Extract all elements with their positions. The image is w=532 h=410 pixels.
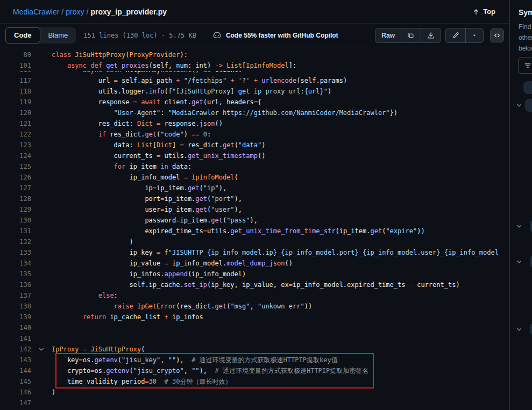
line-number[interactable]: 146 (0, 387, 31, 398)
line-number[interactable]: 119 (0, 97, 31, 107)
breadcrumb-repo-link[interactable]: MediaCrawler (13, 8, 59, 16)
code-line: 140 (0, 322, 509, 333)
line-number[interactable]: 120 (0, 107, 31, 118)
code-line: 124 current_ts = utils.get_unix_timestam… (0, 150, 509, 161)
code-line: 141 (0, 333, 509, 344)
edit-dropdown-button[interactable] (465, 28, 483, 42)
chevron-down-icon[interactable] (515, 223, 523, 229)
line-number[interactable]: 123 (0, 140, 31, 150)
line-number[interactable]: 101 (0, 60, 31, 71)
line-number[interactable]: 126 (0, 172, 31, 183)
code-line: 137 else: (0, 290, 509, 301)
symbols-panel-toggle-button[interactable] (490, 28, 504, 42)
line-number[interactable]: 145 (0, 376, 31, 387)
line-number[interactable]: 131 (0, 226, 31, 236)
code-line: 135 ip_infos.append(ip_info_model) (0, 269, 509, 279)
filter-funnel-icon (524, 62, 531, 69)
pencil-icon (452, 32, 459, 39)
code-text: user=ip_item.get("user"), (52, 204, 242, 215)
gutter-spacer (31, 86, 52, 97)
line-number[interactable]: 133 (0, 247, 31, 258)
download-button[interactable] (421, 28, 441, 42)
edit-group (445, 28, 484, 43)
line-number[interactable]: 140 (0, 322, 31, 333)
line-number[interactable]: 142 (0, 344, 31, 355)
code-text: "User-Agent": "MediaCrawler https://gith… (52, 107, 398, 118)
code-lines: 116 async with httpx.AsyncClient() as cl… (0, 64, 509, 408)
line-number[interactable]: 134 (0, 258, 31, 269)
line-number[interactable]: 132 (0, 236, 31, 247)
line-number[interactable]: 138 (0, 301, 31, 312)
line-number[interactable]: 128 (0, 193, 31, 204)
file-toolbar: Code Blame 151 lines (130 loc) · 5.75 KB… (0, 24, 509, 47)
line-number[interactable]: 127 (0, 183, 31, 193)
code-text: ) (52, 387, 55, 398)
gutter-spacer (31, 333, 52, 344)
symbol-item[interactable] (510, 255, 532, 269)
raw-copy-download-group: Raw (375, 28, 441, 43)
line-number[interactable]: 125 (0, 161, 31, 172)
breadcrumb-separator: / (84, 8, 90, 16)
copy-button[interactable] (401, 28, 421, 42)
symbol-item[interactable] (510, 81, 532, 95)
line-number[interactable]: 139 (0, 312, 31, 322)
gutter-spacer (31, 376, 52, 387)
chevron-down-icon[interactable] (515, 326, 523, 333)
filter-symbols-input[interactable] (518, 57, 532, 74)
line-number[interactable]: 141 (0, 333, 31, 344)
code-text: if res_dict.get("code") == 0: (52, 129, 211, 140)
code-text: IpProxy = JiSuHttpProxy( (52, 344, 145, 355)
chevron-down-icon[interactable] (515, 102, 523, 109)
line-number[interactable]: 129 (0, 204, 31, 215)
symbol-item[interactable] (510, 98, 532, 112)
line-number[interactable]: 143 (0, 355, 31, 365)
code-text: port=ip_item.get("port"), (52, 193, 242, 204)
file-view: MediaCrawler/proxy/proxy_ip_provider.py … (0, 0, 532, 410)
edit-button[interactable] (446, 28, 465, 42)
gutter-spacer (31, 258, 52, 269)
line-number[interactable]: 144 (0, 365, 31, 376)
line-number[interactable]: 147 (0, 398, 31, 408)
arrow-up-icon (472, 8, 480, 16)
code-text: utils.logger.info(f"[JiSuHttpProxy] get … (52, 86, 331, 97)
code-line: 132 ) (0, 236, 509, 247)
symbols-desc-line: Find definitions and references for func… (519, 21, 532, 32)
code-line: 118 utils.logger.info(f"[JiSuHttpProxy] … (0, 86, 509, 97)
tab-code[interactable]: Code (5, 27, 40, 44)
collapse-chevron-icon[interactable] (31, 344, 52, 355)
gutter-spacer (31, 387, 52, 398)
line-number[interactable]: 137 (0, 290, 31, 301)
code-text: key=os.getenv("jisu_key", ""), # 通过环境变量的… (52, 355, 338, 365)
raw-button[interactable]: Raw (375, 28, 401, 42)
code-scroll-area[interactable]: 116 async with httpx.AsyncClient() as cl… (0, 47, 509, 410)
code-text: response = await client.get(url, headers… (52, 97, 261, 107)
symbol-item[interactable] (510, 322, 532, 336)
breadcrumb: MediaCrawler/proxy/proxy_ip_provider.py (13, 8, 167, 16)
symbol-item[interactable] (510, 219, 532, 233)
code-line: 123 data: List[Dict] = res_dict.get("dat… (0, 140, 509, 150)
breadcrumb-folder-link[interactable]: proxy (66, 8, 84, 16)
code-text: ip_value = ip_info_model.model_dump_json… (52, 258, 293, 269)
chevron-down-icon[interactable] (515, 258, 523, 265)
code-line: 121 res_dict: Dict = response.json() (0, 118, 509, 129)
line-number[interactable]: 117 (0, 75, 31, 86)
scroll-to-top-button[interactable]: Top (468, 5, 500, 18)
line-number[interactable]: 122 (0, 129, 31, 140)
symbols-panel: Symbols Find definitions and references … (509, 0, 532, 410)
code-text: ip_info_model = IpInfoModel( (52, 172, 238, 183)
line-number[interactable]: 136 (0, 279, 31, 290)
code-line: 127 ip=ip_item.get("ip"), (0, 183, 509, 193)
line-number[interactable]: 130 (0, 215, 31, 226)
code-line: 80class JiSuHttpProxy(ProxyProvider): (0, 49, 509, 60)
line-number[interactable]: 124 (0, 150, 31, 161)
file-info: 151 lines (130 loc) · 5.75 KB (83, 32, 196, 39)
tab-blame[interactable]: Blame (40, 27, 76, 44)
code-text: class JiSuHttpProxy(ProxyProvider): (52, 49, 188, 60)
line-number[interactable]: 135 (0, 269, 31, 279)
code-line: 136 self.ip_cache.set_ip(ip_key, ip_valu… (0, 279, 509, 290)
line-number[interactable]: 80 (0, 49, 31, 60)
line-number[interactable]: 118 (0, 86, 31, 97)
gutter-spacer (31, 365, 52, 376)
code-text: res_dict: Dict = response.json() (52, 118, 223, 129)
line-number[interactable]: 121 (0, 118, 31, 129)
